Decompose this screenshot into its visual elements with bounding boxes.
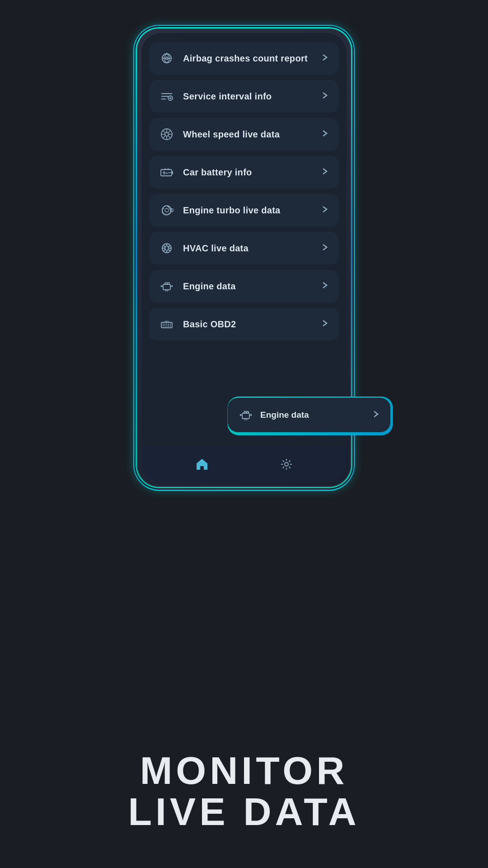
svg-rect-41	[244, 411, 246, 413]
svg-rect-42	[247, 411, 249, 413]
battery-chevron	[320, 167, 329, 178]
svg-line-11	[169, 131, 171, 133]
airbag-chevron	[320, 53, 329, 64]
svg-rect-28	[161, 322, 172, 328]
menu-item-left: HVAC live data	[159, 240, 249, 256]
floating-engine-card[interactable]: Engine data	[228, 398, 390, 432]
bottom-text: MONITOR LIVE DATA	[0, 750, 488, 832]
page-wrapper: Airbag crashes count report	[0, 0, 488, 868]
svg-point-39	[285, 462, 288, 466]
obd2-chevron	[320, 319, 329, 330]
service-chevron	[320, 91, 329, 102]
service-label: Service interval info	[183, 91, 272, 102]
svg-point-22	[165, 208, 169, 212]
svg-point-4	[165, 132, 169, 136]
menu-item-left: 12V Car battery info	[159, 164, 252, 180]
svg-rect-40	[242, 413, 249, 419]
svg-line-10	[169, 136, 171, 138]
svg-line-9	[163, 131, 165, 133]
airbag-icon	[159, 50, 175, 66]
service-icon	[159, 88, 175, 104]
menu-item-left: Wheel speed live data	[159, 126, 280, 142]
hvac-icon	[159, 240, 175, 256]
menu-item-obd2[interactable]: Basic OBD2	[150, 308, 338, 340]
floating-chevron	[371, 410, 380, 420]
home-nav-icon[interactable]	[194, 456, 210, 472]
engine-label: Engine data	[183, 281, 236, 292]
menu-item-wheel[interactable]: Wheel speed live data	[150, 118, 338, 151]
obd2-label: Basic OBD2	[183, 319, 236, 330]
menu-item-hvac[interactable]: HVAC live data	[150, 232, 338, 264]
svg-rect-25	[163, 284, 170, 290]
obd2-icon	[159, 316, 175, 332]
menu-item-battery[interactable]: 12V Car battery info	[150, 156, 338, 189]
svg-line-12	[163, 136, 165, 138]
turbo-icon	[159, 202, 175, 218]
svg-rect-27	[168, 283, 169, 284]
floating-engine-label: Engine data	[260, 410, 309, 420]
hvac-label: HVAC live data	[183, 243, 249, 254]
turbo-label: Engine turbo live data	[183, 205, 281, 216]
settings-nav-icon[interactable]	[278, 456, 295, 472]
wheel-label: Wheel speed live data	[183, 129, 280, 140]
svg-rect-14	[172, 171, 173, 174]
battery-label: Car battery info	[183, 167, 252, 178]
floating-card-content: Engine data	[238, 407, 309, 423]
menu-item-engine[interactable]: Engine data	[150, 270, 338, 302]
menu-item-left: Basic OBD2	[159, 316, 236, 332]
airbag-label: Airbag crashes count report	[183, 53, 308, 64]
engine-icon	[159, 278, 175, 294]
menu-item-service[interactable]: Service interval info	[150, 80, 338, 113]
monitor-line1: MONITOR	[140, 750, 348, 791]
svg-rect-26	[165, 283, 167, 284]
floating-engine-icon	[238, 407, 254, 423]
svg-rect-19	[167, 169, 169, 170]
turbo-chevron	[320, 205, 329, 216]
monitor-line2: LIVE DATA	[128, 791, 360, 832]
wheel-chevron	[320, 129, 329, 140]
svg-text:12V: 12V	[164, 172, 169, 175]
hvac-chevron	[320, 243, 329, 254]
battery-icon: 12V	[159, 164, 175, 180]
menu-item-left: Airbag crashes count report	[159, 50, 308, 66]
menu-item-turbo[interactable]: Engine turbo live data	[150, 194, 338, 226]
menu-item-airbag[interactable]: Airbag crashes count report	[150, 42, 338, 75]
engine-chevron	[320, 281, 329, 292]
menu-item-left: Engine turbo live data	[159, 202, 281, 218]
wheel-icon	[159, 126, 175, 142]
menu-item-left: Engine data	[159, 278, 236, 294]
screen-content: Airbag crashes count report	[141, 33, 347, 446]
svg-rect-18	[164, 169, 166, 170]
bottom-nav	[141, 446, 347, 482]
menu-item-left: Service interval info	[159, 88, 272, 104]
